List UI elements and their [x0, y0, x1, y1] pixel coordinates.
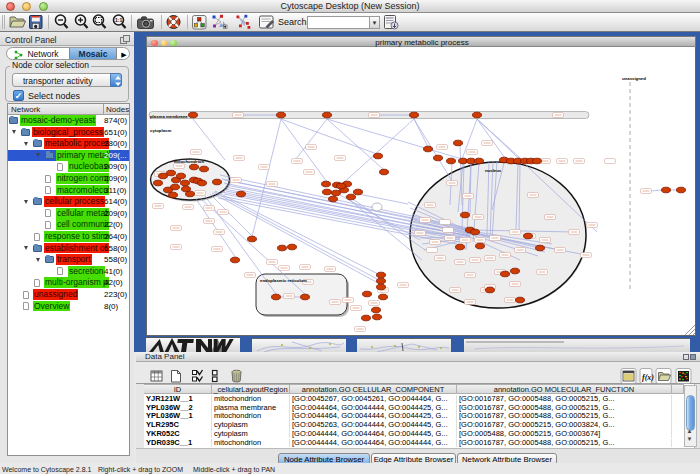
svg-text:plasma membrane: plasma membrane — [150, 114, 188, 119]
svg-text:f(x): f(x) — [642, 373, 654, 382]
svg-text:endoplasmic reticulum: endoplasmic reticulum — [260, 278, 307, 283]
svg-text:unassigned: unassigned — [622, 76, 646, 81]
svg-text:nucleus: nucleus — [485, 168, 502, 173]
svg-text:cytoplasm: cytoplasm — [150, 128, 171, 133]
svg-text:mitochondrion: mitochondrion — [174, 159, 204, 164]
svg-text:1:1: 1:1 — [115, 17, 122, 23]
